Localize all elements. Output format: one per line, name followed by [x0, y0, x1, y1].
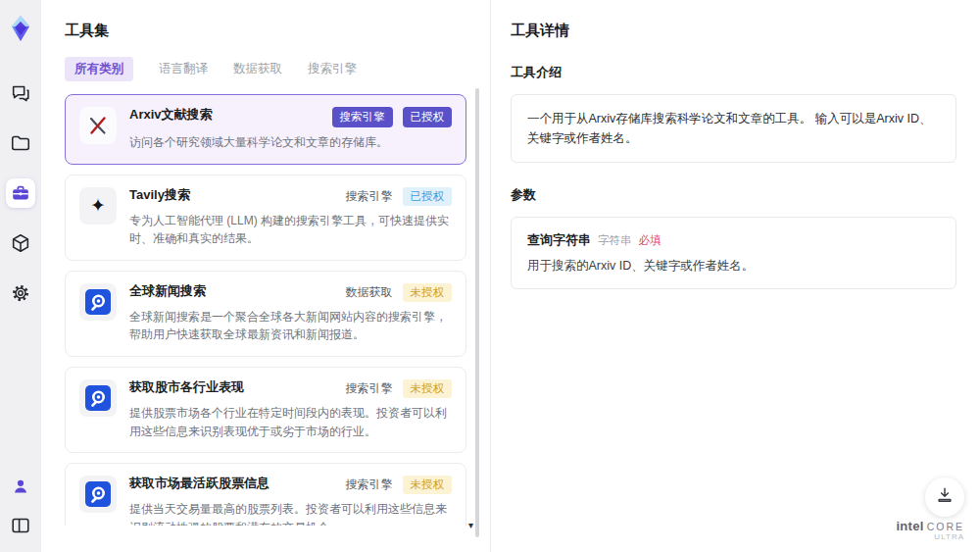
tool-list: Arxiv文献搜索 搜索引擎 已授权 访问各个研究领域大量科学论文和文章的存储库… [65, 94, 466, 526]
detail-title: 工具详情 [511, 22, 956, 40]
sidebar-item-models[interactable] [6, 228, 35, 258]
core-wordmark: CORE [927, 522, 964, 533]
auth-status-badge: 未授权 [403, 379, 453, 398]
list-scrollbar[interactable] [475, 88, 479, 537]
sidebar-item-tools[interactable] [6, 178, 35, 208]
category-badge: 搜索引擎 [346, 188, 393, 205]
sidebar-item-panel-toggle[interactable] [6, 511, 35, 540]
tool-name: Tavily搜索 [129, 187, 190, 204]
toolset-panel: 工具集 所有类别 语言翻译 数据获取 搜索引擎 Arxiv文献搜索 [41, 0, 490, 552]
auth-status-badge: 已授权 [403, 187, 453, 206]
tool-name: Arxiv文献搜索 [129, 107, 213, 124]
toolbox-icon [10, 182, 31, 204]
tool-description: 提供股票市场各个行业在特定时间段内的表现。投资者可以利用这些信息来识别表现优于或… [129, 404, 452, 440]
intel-wordmark: intel [896, 520, 923, 533]
tool-detail-panel: 工具详情 工具介绍 一个用于从Arxiv存储库搜索科学论文和文章的工具。 输入可… [490, 0, 980, 552]
arxiv-icon [79, 107, 117, 144]
app-window: 工具集 所有类别 语言翻译 数据获取 搜索引擎 Arxiv文献搜索 [0, 0, 980, 552]
panel-toggle-icon [10, 515, 31, 536]
params-heading: 参数 [511, 186, 956, 204]
gear-icon [10, 282, 31, 304]
tab-language-translation[interactable]: 语言翻译 [159, 61, 208, 77]
tool-card-stock-sectors[interactable]: 获取股市各行业表现 搜索引擎 未授权 提供股票市场各个行业在特定时间段内的表现。… [65, 367, 466, 453]
news-search-icon [79, 379, 117, 417]
tool-card-global-news[interactable]: 全球新闻搜索 数据获取 未授权 全球新闻搜索是一个聚合全球各大新闻网站内容的搜索… [65, 271, 466, 357]
app-logo-icon [6, 14, 35, 43]
tool-name: 获取股市各行业表现 [129, 379, 244, 396]
news-search-icon [79, 476, 117, 513]
auth-status-badge: 已授权 [403, 107, 453, 127]
intel-core-logo: intel CORE ULTRA [896, 520, 964, 542]
param-type: 字符串 [598, 233, 632, 248]
tavily-icon: ✦ [79, 187, 117, 225]
tool-name: 获取市场最活跃股票信息 [129, 476, 270, 492]
sidebar-item-chat[interactable] [6, 78, 35, 108]
param-box: 查询字符串 字符串 必填 用于搜索的Arxiv ID、关键字或作者姓名。 [511, 217, 956, 289]
user-icon [10, 476, 31, 497]
intro-heading: 工具介绍 [511, 64, 956, 81]
tab-data-fetch[interactable]: 数据获取 [233, 61, 282, 77]
category-badge: 搜索引擎 [346, 380, 393, 397]
sidebar-item-account[interactable] [6, 472, 35, 501]
download-icon [935, 485, 955, 509]
chat-icon [10, 82, 31, 104]
sparkle-glyph: ✦ [90, 194, 106, 217]
category-badge: 搜索引擎 [346, 477, 393, 493]
category-tabs: 所有类别 语言翻译 数据获取 搜索引擎 [65, 57, 466, 81]
category-badge: 搜索引擎 [332, 107, 393, 127]
tool-description: 访问各个研究领域大量科学论文和文章的存储库。 [129, 133, 452, 152]
auth-status-badge: 未授权 [403, 476, 453, 494]
sidebar-item-settings[interactable] [6, 278, 35, 308]
tool-card-tavily[interactable]: ✦ Tavily搜索 搜索引擎 已授权 专为人工智能代理 (LLM) 构建的搜索… [65, 175, 466, 261]
param-name: 查询字符串 [527, 231, 591, 249]
tab-search-engine[interactable]: 搜索引擎 [308, 61, 357, 77]
category-badge: 数据获取 [346, 284, 393, 301]
intro-box: 一个用于从Arxiv存储库搜索科学论文和文章的工具。 输入可以是Arxiv ID… [511, 94, 956, 163]
sidebar-item-files[interactable] [6, 128, 35, 158]
cube-icon [10, 232, 31, 254]
tool-description: 全球新闻搜索是一个聚合全球各大新闻网站内容的搜索引擎，帮助用户快速获取全球最新资… [129, 308, 452, 344]
ultra-wordmark: ULTRA [896, 533, 964, 542]
tool-description: 提供当天交易量最高的股票列表。投资者可以利用这些信息来识别流动性强的股票和潜在的… [129, 500, 452, 526]
tool-card-active-stocks[interactable]: 获取市场最活跃股票信息 搜索引擎 未授权 提供当天交易量最高的股票列表。投资者可… [65, 463, 466, 526]
scroll-more-indicator[interactable]: ▾ [468, 520, 473, 530]
tool-description: 专为人工智能代理 (LLM) 构建的搜索引擎工具，可快速提供实时、准确和真实的结… [129, 212, 452, 248]
param-description: 用于搜索的Arxiv ID、关键字或作者姓名。 [527, 258, 940, 275]
left-rail [0, 0, 41, 552]
param-required-badge: 必填 [639, 233, 662, 248]
download-button[interactable] [925, 477, 964, 517]
tool-card-arxiv[interactable]: Arxiv文献搜索 搜索引擎 已授权 访问各个研究领域大量科学论文和文章的存储库… [65, 94, 466, 165]
auth-status-badge: 未授权 [403, 283, 453, 302]
news-search-icon [79, 283, 117, 321]
tool-name: 全球新闻搜索 [129, 283, 206, 300]
intro-text: 一个用于从Arxiv存储库搜索科学论文和文章的工具。 输入可以是Arxiv ID… [527, 109, 940, 148]
tab-all-categories[interactable]: 所有类别 [65, 57, 133, 81]
folder-icon [10, 132, 31, 154]
page-title: 工具集 [65, 22, 466, 40]
